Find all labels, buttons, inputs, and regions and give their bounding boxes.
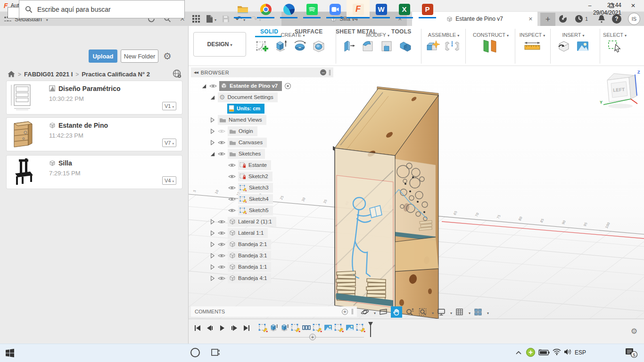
group-insert-label[interactable]: INSERT bbox=[562, 32, 584, 38]
tree-row-sketches[interactable]: Sketches bbox=[191, 148, 265, 159]
cortana-icon[interactable] bbox=[190, 348, 200, 357]
tab-tools[interactable]: TOOLS bbox=[391, 28, 412, 35]
tray-volume-icon[interactable] bbox=[564, 348, 572, 355]
breadcrumb-root[interactable]: FABDIG01 2021 I bbox=[24, 71, 73, 78]
tray-notifications-icon[interactable]: 5 bbox=[625, 347, 638, 359]
panel-handle[interactable] bbox=[352, 309, 353, 314]
grid-display-button[interactable] bbox=[454, 306, 465, 318]
save-icon[interactable] bbox=[222, 15, 230, 23]
collapsed-icon[interactable] bbox=[209, 241, 215, 247]
comments-bar[interactable]: COMMENTS + bbox=[191, 306, 357, 317]
timeline-feature-canvas[interactable] bbox=[323, 323, 333, 332]
new-folder-button[interactable]: New Folder bbox=[121, 49, 158, 63]
eye-icon[interactable] bbox=[228, 208, 236, 213]
version-badge[interactable]: V7 bbox=[162, 139, 176, 147]
eye-icon[interactable] bbox=[218, 219, 225, 224]
create-sketch-button[interactable] bbox=[255, 39, 270, 54]
taskbar-app-powerpoint[interactable]: P bbox=[416, 0, 439, 18]
tree-row-sketch4[interactable]: Sketch4 bbox=[191, 193, 273, 205]
tree-row-bandeja2[interactable]: Bandeja 2:1 bbox=[191, 239, 271, 250]
version-badge[interactable]: V4 bbox=[162, 176, 176, 185]
taskbar-app-spotify[interactable] bbox=[300, 0, 323, 18]
construct-plane-button[interactable] bbox=[480, 39, 501, 54]
taskbar-app-fusion[interactable]: F bbox=[347, 0, 370, 18]
new-tab-button[interactable]: + bbox=[540, 13, 555, 26]
data-item-silla[interactable]: Silla 7:29:15 PM V4 bbox=[7, 156, 182, 189]
tree-row-bandeja4[interactable]: Bandeja 4:1 bbox=[191, 272, 271, 284]
collapsed-icon[interactable] bbox=[209, 230, 215, 236]
eye-icon[interactable] bbox=[218, 140, 225, 145]
tree-row-sketch2[interactable]: Sketch2 bbox=[191, 171, 272, 182]
tree-row-units[interactable]: Units: cm bbox=[191, 103, 264, 114]
tree-row-sketch5[interactable]: Sketch5 bbox=[191, 205, 273, 216]
timeline-feature-sketch[interactable] bbox=[258, 323, 268, 332]
tree-row-origin[interactable]: Origin bbox=[191, 125, 257, 137]
timeline-feature-pattern[interactable] bbox=[302, 323, 311, 332]
eye-icon[interactable] bbox=[218, 151, 225, 156]
orbit-button[interactable] bbox=[359, 306, 371, 318]
timeline-feature-sketch[interactable] bbox=[313, 323, 322, 332]
close-button[interactable]: ✕ bbox=[622, 0, 644, 12]
viewcube[interactable]: LEFT Z Y bbox=[600, 69, 643, 110]
grid-menu-icon[interactable] bbox=[192, 15, 200, 23]
step-back-button[interactable] bbox=[205, 323, 215, 333]
timeline-feature-extrude[interactable] bbox=[269, 323, 279, 332]
taskbar-app-chrome[interactable] bbox=[254, 0, 277, 18]
eye-icon[interactable] bbox=[218, 242, 225, 247]
group-assemble-label[interactable]: ASSEMBLE bbox=[428, 32, 459, 38]
combine-button[interactable] bbox=[398, 39, 413, 54]
revolve-button[interactable] bbox=[292, 39, 307, 54]
tree-row-bandeja3[interactable]: Bandeja 3:1 bbox=[191, 250, 271, 261]
hole-button[interactable] bbox=[311, 39, 326, 54]
upload-button[interactable]: Upload bbox=[89, 49, 117, 63]
chevron-down-icon[interactable] bbox=[467, 308, 471, 316]
group-construct-label[interactable]: CONSTRUCT bbox=[473, 32, 509, 38]
tray-language[interactable]: ESP bbox=[575, 349, 586, 356]
eye-icon[interactable] bbox=[228, 163, 236, 168]
fit-button[interactable] bbox=[417, 306, 429, 318]
group-select-label[interactable]: SELECT bbox=[603, 32, 627, 38]
data-item-diseno[interactable]: Diseño Paramétrico 10:30:22 PM V1 bbox=[7, 81, 182, 114]
tree-row-lateral1[interactable]: Lateral 1:1 bbox=[191, 227, 268, 239]
avatar[interactable]: IS bbox=[628, 13, 640, 25]
joint-button[interactable] bbox=[445, 39, 460, 54]
chevron-down-icon[interactable] bbox=[449, 308, 452, 316]
group-create-label[interactable]: CREATE bbox=[281, 32, 305, 38]
collapsed-icon[interactable] bbox=[209, 253, 215, 259]
eye-off-icon[interactable] bbox=[218, 129, 225, 134]
tab-solid[interactable]: SOLID bbox=[260, 28, 278, 35]
timeline-feature-sketch[interactable] bbox=[356, 323, 365, 332]
eye-icon[interactable] bbox=[218, 253, 225, 258]
activate-radio-icon[interactable] bbox=[284, 82, 291, 90]
data-item-estante[interactable]: Estante de Pino 11:42:23 PM V7 bbox=[7, 118, 182, 151]
tray-wifi-icon[interactable] bbox=[553, 348, 561, 355]
expand-group-icon[interactable]: + bbox=[309, 334, 316, 340]
measure-button[interactable] bbox=[523, 39, 541, 54]
taskbar-app-zoom[interactable] bbox=[323, 0, 347, 18]
file-menu[interactable] bbox=[206, 15, 216, 23]
tree-row-sketch-estante[interactable]: Estante bbox=[191, 159, 271, 171]
chevron-down-icon[interactable] bbox=[372, 308, 376, 316]
tree-row-document-settings[interactable]: ⚙Document Settings bbox=[191, 91, 278, 103]
task-view-icon[interactable] bbox=[211, 349, 220, 356]
expanded-icon[interactable] bbox=[201, 83, 207, 89]
collapsed-icon[interactable] bbox=[209, 140, 215, 146]
go-to-start-button[interactable] bbox=[192, 323, 203, 333]
timeline-feature-canvas[interactable] bbox=[345, 323, 355, 332]
tree-row-named-views[interactable]: Named Views bbox=[191, 114, 266, 125]
timeline-feature-sketch[interactable] bbox=[334, 323, 344, 332]
tree-row-root[interactable]: Estante de Pino v7 bbox=[191, 80, 291, 91]
go-to-end-button[interactable] bbox=[241, 323, 252, 333]
group-inspect-label[interactable]: INSPECT bbox=[520, 32, 545, 38]
taskbar-app-excel[interactable]: X bbox=[393, 0, 416, 18]
tray-clock[interactable]: 23:44 29/04/2021 bbox=[593, 1, 621, 16]
tray-battery-icon[interactable] bbox=[538, 349, 550, 356]
version-badge[interactable]: V1 bbox=[162, 102, 176, 110]
collapse-panel-icon[interactable]: ◀◀ bbox=[194, 71, 198, 74]
collapsed-icon[interactable] bbox=[209, 219, 215, 225]
extrude-button[interactable] bbox=[273, 39, 289, 54]
tray-security-icon[interactable] bbox=[526, 348, 535, 357]
gear-icon[interactable]: ⚙ bbox=[163, 50, 172, 62]
expanded-icon[interactable] bbox=[209, 151, 215, 157]
collapsed-icon[interactable] bbox=[209, 128, 215, 134]
